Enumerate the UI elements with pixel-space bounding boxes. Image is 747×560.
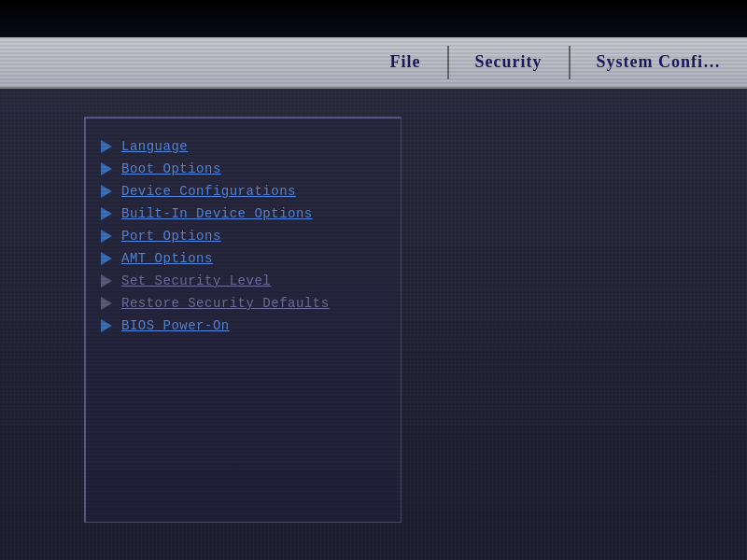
arrow-active-icon: [101, 230, 112, 243]
item-icon-set-security-level: [99, 273, 114, 288]
menu-list-item-bios-power-on[interactable]: BIOS Power-On: [86, 315, 401, 337]
menu-list-item-port-options[interactable]: Port Options: [86, 225, 401, 247]
menu-item-label-device-configs: Device Configurations: [121, 184, 296, 199]
menu-list-item-restore-security[interactable]: Restore Security Defaults: [86, 292, 401, 315]
menu-item-label-amt-options: AMT Options: [121, 251, 213, 266]
menu-item-label-set-security-level: Set Security Level: [121, 273, 271, 288]
menu-list-item-device-configs[interactable]: Device Configurations: [86, 180, 401, 203]
arrow-inactive-icon: [101, 274, 112, 287]
item-icon-built-in-device: [99, 206, 114, 221]
item-icon-port-options: [99, 229, 114, 244]
menu-list: LanguageBoot OptionsDevice Configuration…: [86, 119, 401, 346]
menu-item-label-port-options: Port Options: [121, 229, 221, 244]
menu-item-security-label: Security: [475, 52, 543, 72]
menu-item-label-language: Language: [121, 139, 188, 154]
item-icon-restore-security: [99, 296, 114, 311]
arrow-active-icon: [101, 185, 112, 198]
menu-item-file-label: File: [390, 52, 421, 72]
top-dark-bar: [0, 0, 747, 37]
menu-list-item-amt-options[interactable]: AMT Options: [86, 247, 401, 270]
menu-item-label-built-in-device: Built-In Device Options: [121, 206, 313, 221]
arrow-active-icon: [101, 252, 112, 265]
menu-list-item-language[interactable]: Language: [86, 135, 401, 158]
menu-item-system-config-label: System Confi…: [597, 52, 722, 72]
menu-item-system-config[interactable]: System Confi…: [571, 37, 748, 87]
menu-panel: LanguageBoot OptionsDevice Configuration…: [84, 117, 402, 523]
item-icon-boot-options: [99, 161, 114, 176]
item-icon-device-configs: [99, 184, 114, 199]
arrow-active-icon: [101, 140, 112, 153]
menu-item-label-restore-security: Restore Security Defaults: [121, 296, 330, 311]
arrow-active-icon: [101, 162, 112, 175]
item-icon-bios-power-on: [99, 318, 114, 333]
menu-item-label-bios-power-on: BIOS Power-On: [121, 318, 230, 333]
item-icon-language: [99, 139, 114, 154]
item-icon-amt-options: [99, 251, 114, 266]
menu-items: File Security System Confi…: [364, 37, 747, 87]
menu-item-file[interactable]: File: [364, 37, 447, 87]
menu-item-security[interactable]: Security: [449, 37, 569, 87]
menu-list-item-built-in-device[interactable]: Built-In Device Options: [86, 203, 401, 225]
arrow-inactive-icon: [101, 297, 112, 310]
menu-item-label-boot-options: Boot Options: [121, 161, 221, 176]
arrow-active-icon: [101, 319, 112, 332]
menu-list-item-set-security-level[interactable]: Set Security Level: [86, 270, 401, 292]
menu-bar: File Security System Confi…: [0, 37, 747, 89]
arrow-active-icon: [101, 207, 112, 220]
main-content: LanguageBoot OptionsDevice Configuration…: [0, 89, 747, 560]
menu-list-item-boot-options[interactable]: Boot Options: [86, 158, 401, 180]
